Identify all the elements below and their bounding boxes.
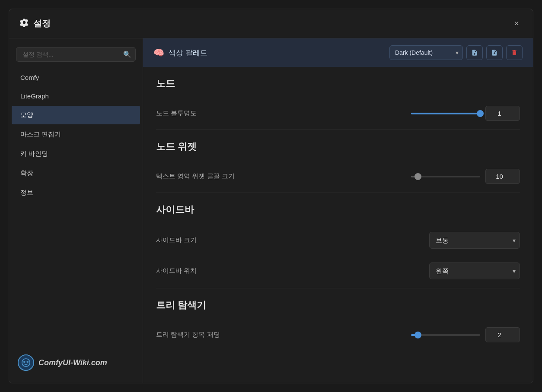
logo-text: ComfyUI-Wiki.com (38, 358, 107, 367)
title-text: 설정 (33, 18, 51, 29)
sidebar-position-row: 사이드바 위치 왼쪽 오른쪽 ▾ (156, 256, 520, 286)
palette-select[interactable]: Dark (Default) Light Custom (389, 45, 463, 60)
text-widget-font-size-input[interactable] (485, 169, 520, 184)
sidebar-position-select-wrap: 왼쪽 오른쪽 ▾ (429, 262, 520, 279)
divider-3 (156, 288, 520, 288)
sidebar-size-row: 사이드바 크기 보통 작게 크게 ▾ (156, 225, 520, 256)
sidebar-item-appearance[interactable]: 모양 (12, 106, 140, 124)
palette-import-button[interactable] (486, 45, 503, 60)
dialog-body: 🔍 Comfy LiteGraph 모양 마스크 편집기 키 바인딩 확장 정보 (9, 38, 533, 383)
dialog-header: 설정 × (9, 9, 533, 38)
tree-padding-control (411, 327, 520, 342)
gear-icon (19, 18, 29, 29)
sidebar-item-comfy[interactable]: Comfy (12, 69, 140, 86)
sidebar-footer: ComfyUI-Wiki.com (9, 348, 143, 378)
node-section-title: 노드 (156, 77, 520, 90)
node-opacity-row: 노드 불투명도 (156, 99, 520, 128)
sidebar-item-extensions[interactable]: 확장 (12, 164, 140, 183)
text-widget-slider-container (411, 176, 480, 177)
logo-icon (18, 354, 34, 371)
settings-dialog: 설정 × 🔍 Comfy LiteGraph 모양 마스크 편집기 키 바인딩 … (9, 9, 533, 383)
sidebar-position-control: 왼쪽 오른쪽 ▾ (429, 262, 520, 279)
palette-title-text: 색상 팔레트 (169, 48, 207, 58)
node-opacity-track (411, 113, 480, 114)
svg-point-0 (22, 359, 30, 367)
node-opacity-thumb[interactable] (477, 110, 484, 117)
sidebar-size-select[interactable]: 보통 작게 크게 (429, 232, 520, 249)
tree-padding-slider-container (411, 334, 480, 336)
tree-padding-input[interactable] (485, 327, 520, 342)
spacer-2 (156, 195, 520, 203)
svg-point-1 (23, 361, 26, 363)
node-opacity-control (411, 106, 520, 121)
text-widget-font-size-row: 텍스트 영역 위젯 글꼴 크기 (156, 162, 520, 191)
palette-title: 🧠 색상 팔레트 (153, 47, 207, 58)
spacer-1 (156, 132, 520, 140)
text-widget-thumb[interactable] (414, 173, 421, 180)
main-content: 🧠 색상 팔레트 Dark (Default) Light Custom ▾ (143, 38, 533, 383)
sidebar: 🔍 Comfy LiteGraph 모양 마스크 편집기 키 바인딩 확장 정보 (9, 38, 143, 383)
palette-controls: Dark (Default) Light Custom ▾ (389, 45, 523, 60)
sidebar-size-select-wrap: 보통 작게 크게 ▾ (429, 232, 520, 249)
node-widget-section-title: 노드 위젯 (156, 140, 520, 153)
sidebar-item-litegraph[interactable]: LiteGraph (12, 87, 140, 105)
palette-delete-button[interactable] (506, 45, 523, 60)
node-opacity-fill (411, 113, 480, 114)
palette-select-wrap: Dark (Default) Light Custom ▾ (389, 45, 463, 60)
sidebar-position-label: 사이드바 위치 (156, 267, 197, 275)
sidebar-section-title: 사이드바 (156, 203, 520, 216)
tree-padding-row: 트리 탐색기 항목 패딩 (156, 320, 520, 349)
search-input[interactable] (16, 47, 136, 62)
sidebar-size-control: 보통 작게 크게 ▾ (429, 232, 520, 249)
node-opacity-input[interactable] (485, 106, 520, 121)
search-icon: 🔍 (123, 51, 131, 58)
text-widget-track (411, 176, 480, 177)
search-input-wrap: 🔍 (16, 47, 136, 62)
divider-1 (156, 130, 520, 130)
tree-padding-label: 트리 탐색기 항목 패딩 (156, 331, 220, 339)
content-area: 노드 노드 불투명도 (143, 67, 533, 360)
tree-padding-track (411, 334, 480, 336)
tree-section-title: 트리 탐색기 (156, 299, 520, 312)
sidebar-item-info[interactable]: 정보 (12, 183, 140, 202)
sidebar-item-mask-editor[interactable]: 마스크 편집기 (12, 125, 140, 144)
palette-export-button[interactable] (466, 45, 483, 60)
tree-padding-thumb[interactable] (414, 332, 421, 338)
sidebar-position-select[interactable]: 왼쪽 오른쪽 (429, 262, 520, 279)
sidebar-item-keybinding[interactable]: 키 바인딩 (12, 145, 140, 163)
brain-icon: 🧠 (153, 47, 164, 58)
dialog-title: 설정 (19, 18, 51, 29)
text-widget-font-size-control (411, 169, 520, 184)
sidebar-size-label: 사이드바 크기 (156, 236, 197, 244)
text-widget-font-size-label: 텍스트 영역 위젯 글꼴 크기 (156, 172, 235, 180)
close-button[interactable]: × (510, 17, 523, 30)
divider-2 (156, 193, 520, 193)
search-container: 🔍 (9, 44, 143, 69)
node-opacity-slider-container (411, 113, 480, 114)
spacer-3 (156, 290, 520, 299)
color-palette-header: 🧠 색상 팔레트 Dark (Default) Light Custom ▾ (143, 38, 533, 67)
node-opacity-label: 노드 불투명도 (156, 109, 197, 117)
svg-point-2 (26, 361, 29, 363)
